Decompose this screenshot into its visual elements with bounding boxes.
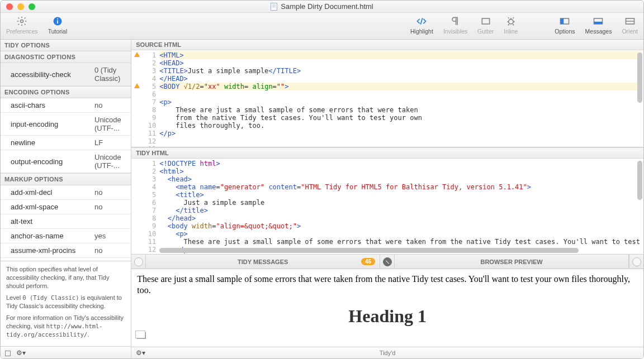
source-html-header: SOURCE HTML [131,40,643,50]
option-row[interactable]: anchor-as-nameyes [1,229,131,243]
option-group-header: MARKUP OPTIONS [1,173,131,185]
browser-preview-pane: These are just a small sample of some er… [131,269,643,347]
preview-heading: Heading 1 [137,306,638,327]
option-value: no [94,101,102,109]
option-row[interactable]: assume-xml-procinsno [1,243,131,258]
option-key: accessibility-check [11,70,94,79]
option-row[interactable]: alt-text [1,214,131,229]
help-p1: This option specifies what level of acce… [6,265,125,290]
preferences-label: Preferences [6,28,38,35]
svg-rect-7 [561,18,564,24]
messages-bubble-icon[interactable] [131,255,146,269]
tab-overflow-icon[interactable] [629,255,643,269]
panel-left-icon [559,16,570,27]
inline-label: Inline [504,28,518,35]
pilcrow-icon [449,16,461,27]
window-title-text: Sample Dirty Document.html [281,2,373,11]
svg-rect-9 [594,22,603,24]
svg-rect-4 [482,18,489,24]
options-button[interactable]: Options [555,15,575,35]
info-icon [52,16,63,27]
warning-icon [134,83,140,88]
gear-icon [16,16,27,27]
option-value: Unicode (UTF-... [94,116,131,132]
source-scrollbar[interactable] [637,52,642,145]
preferences-button[interactable]: Preferences [6,15,38,35]
gutter-label: Gutter [477,28,494,35]
option-value: no [94,246,102,255]
window-controls [1,3,35,10]
tab-tidy-messages[interactable]: TIDY MESSAGES 46 [146,255,380,269]
tidy-html-header: TIDY HTML [131,147,643,159]
invisibles-button[interactable]: Invisibles [443,15,467,35]
status-text: Tidy'd [131,350,643,356]
option-row[interactable]: add-xml-spaceno [1,200,131,214]
option-row[interactable]: input-encodingUnicode (UTF-... [1,113,131,136]
tab-browser-preview[interactable]: BROWSER PREVIEW [395,255,629,269]
rect-icon [480,16,491,27]
option-row[interactable]: output-encodingUnicode (UTF-... [1,150,131,173]
preview-box-icon [137,332,146,339]
window-title: Sample Dirty Document.html [1,2,643,11]
bottom-tabbar: TIDY MESSAGES 46 BROWSER PREVIEW [131,255,643,269]
status-bar: ⚙︎▾ Tidy'd [131,347,643,358]
svg-point-5 [509,20,513,24]
titlebar: Sample Dirty Document.html [1,1,643,13]
tab-preview-label: BROWSER PREVIEW [480,259,542,265]
option-row[interactable]: newlineLF [1,136,131,150]
invisibles-label: Invisibles [443,28,467,35]
display-toggle-icon[interactable] [5,351,11,356]
svg-point-0 [21,20,23,23]
tidy-scrollbar-h[interactable] [159,248,636,253]
help-p2: Level 0 (Tidy Classic) is equivalent to … [6,294,125,310]
option-value: no [94,188,102,197]
toolbar: Preferences Tutorial Highlight Invisible… [1,13,643,40]
tidy-options-list[interactable]: DIAGNOSTIC OPTIONSaccessibility-check0 (… [1,51,131,261]
split-icon [624,16,636,27]
code-icon [416,16,427,27]
help-p3: For more information on Tidy's accessibi… [6,314,125,339]
gutter-button[interactable]: Gutter [477,15,494,35]
option-value: 0 (Tidy Classic) [94,66,131,83]
option-row[interactable]: add-xml-declno [1,185,131,200]
preview-paragraph: These are just a small sample of some er… [137,274,638,296]
orient-button[interactable]: Orient [622,15,638,35]
option-key: anchor-as-name [11,232,94,240]
document-icon [271,3,277,11]
main-panel: SOURCE HTML 12345678910111213 <HTML><HEA… [131,40,643,358]
option-row[interactable]: accessibility-check0 (Tidy Classic) [1,63,131,86]
zoom-window-button[interactable] [29,3,35,10]
preview-compass-icon[interactable] [380,255,395,269]
gear-menu-icon[interactable]: ⚙︎▾ [16,349,26,357]
orient-label: Orient [622,28,638,35]
options-label: Options [555,28,575,35]
option-key: add-xml-decl [11,188,94,197]
panel-bottom-icon [593,16,604,27]
tutorial-label: Tutorial [48,28,68,35]
minimize-window-button[interactable] [17,3,24,10]
inline-button[interactable]: Inline [504,15,518,35]
highlight-button[interactable]: Highlight [410,15,433,35]
tidy-html-editor[interactable]: 12345678910111213 <!DOCTYPE html><html> … [131,159,643,255]
bug-icon [505,16,517,27]
option-value: LF [94,138,103,147]
source-html-editor[interactable]: 12345678910111213 <HTML><HEAD><TITLE>Jus… [131,50,643,147]
tutorial-button[interactable]: Tutorial [48,15,68,35]
option-group-header: ENCODING OPTIONS [1,86,131,98]
option-key: ascii-chars [11,101,94,109]
tidy-scrollbar-v[interactable] [637,161,642,252]
option-value: yes [94,232,106,240]
option-row[interactable]: ascii-charsno [1,98,131,113]
app-window: Sample Dirty Document.html Preferences T… [0,0,644,359]
close-window-button[interactable] [6,3,13,10]
warning-icon [134,52,140,57]
option-value: no [94,203,102,211]
messages-label: Messages [585,28,612,35]
option-key: input-encoding [11,120,94,128]
option-value: Unicode (UTF-... [94,153,131,170]
sidebar-top-header: TIDY OPTIONS [1,40,131,51]
messages-button[interactable]: Messages [585,15,612,35]
option-key: add-xml-space [11,203,94,211]
option-key: assume-xml-procins [11,246,94,255]
sidebar: TIDY OPTIONS DIAGNOSTIC OPTIONSaccessibi… [1,40,131,358]
